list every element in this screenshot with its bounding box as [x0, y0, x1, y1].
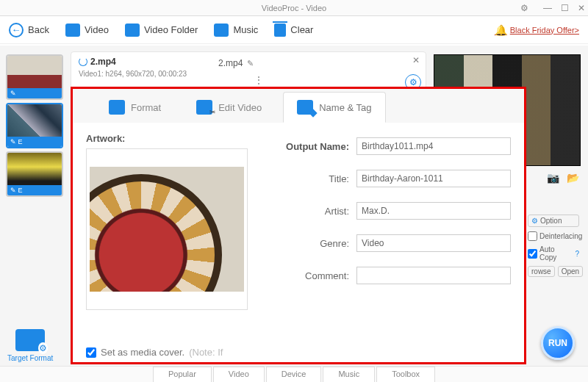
target-format-icon [15, 329, 45, 351]
target-format-button[interactable]: Target Format [7, 329, 53, 363]
main-toolbar: ← Back Video Video Folder Music Clear 🔔 … [0, 16, 588, 44]
thumbnail-item[interactable]: ✎ [6, 54, 63, 100]
name-tag-icon [297, 100, 313, 115]
main-area: ✎ ✎ E ✎ E 2.mp4 Video1: h264, 960x720, 0… [0, 46, 588, 366]
video-output-filename: 2.mp4 ✎ [218, 58, 254, 68]
media-cover-checkbox[interactable] [86, 347, 96, 358]
footer-tab-popular[interactable]: Popular [153, 367, 212, 382]
add-video-folder-button[interactable]: Video Folder [125, 24, 198, 37]
refresh-icon[interactable] [79, 57, 87, 66]
footer-tab-music[interactable]: Music [323, 367, 375, 382]
thumbnail-item[interactable]: ✎ E [6, 151, 63, 197]
thumbnail-image [7, 153, 62, 188]
edit-icon[interactable]: ✎ [10, 90, 16, 97]
snapshot-icon[interactable]: 📷 [547, 172, 559, 184]
edit-panel: Format Edit Video Name & Tag Artwork: Ou… [71, 87, 526, 364]
thumbnail-image [7, 56, 62, 91]
remove-item-button[interactable]: ✕ [412, 55, 420, 65]
target-format-label: Target Format [7, 354, 53, 362]
tab-format[interactable]: Format [95, 92, 175, 123]
output-name-input[interactable] [356, 137, 511, 155]
clear-button[interactable]: Clear [274, 24, 313, 37]
video-folder-label: Video Folder [144, 24, 198, 35]
footer-tab-toolbox[interactable]: Toolbox [376, 367, 435, 382]
autocopy-checkbox[interactable]: Auto Copy ? [528, 245, 579, 262]
thumbnail-image [7, 104, 62, 140]
tab-edit-video[interactable]: Edit Video [182, 92, 276, 123]
video-label: Video [85, 24, 109, 35]
add-music-button[interactable]: Music [214, 24, 258, 37]
app-title: VideoProc - Video [262, 4, 326, 12]
open-folder-icon[interactable]: 📂 [567, 172, 579, 184]
clear-label: Clear [290, 24, 313, 35]
genre-input[interactable] [356, 234, 511, 252]
more-icon[interactable]: ⋮ [254, 74, 264, 86]
settings-icon[interactable]: ⚙ [520, 3, 528, 13]
genre-label: Genre: [268, 238, 356, 249]
media-cover-label: Set as media cover. [101, 347, 184, 358]
rename-icon[interactable]: ✎ [247, 59, 254, 68]
format-icon [109, 100, 125, 115]
artwork-image [90, 167, 244, 292]
close-button[interactable]: ✕ [578, 3, 585, 13]
video-icon [65, 24, 80, 37]
maximize-button[interactable]: ☐ [561, 3, 569, 13]
minimize-button[interactable]: — [543, 3, 552, 13]
comment-label: Comment: [268, 270, 356, 281]
video-folder-icon [125, 24, 140, 37]
artist-label: Artist: [268, 206, 356, 217]
add-video-button[interactable]: Video [65, 24, 109, 37]
promo-link[interactable]: 🔔 Black Friday Offer> [495, 24, 579, 36]
music-icon [214, 24, 229, 37]
options-panel: ⚙ Option Deinterlacing Auto Copy ? rowse… [528, 215, 579, 277]
promo-label: Black Friday Offer> [510, 26, 579, 35]
deinterlacing-checkbox[interactable]: Deinterlacing [528, 231, 579, 241]
video-info: Video1: h264, 960x720, 00:00:23 [79, 70, 418, 78]
output-name-label: Output Name: [268, 141, 356, 152]
artist-input[interactable] [356, 202, 511, 220]
bell-icon: 🔔 [495, 24, 507, 36]
tab-name-tag[interactable]: Name & Tag [283, 92, 385, 123]
footer-tabs: Popular Video Device Music Toolbox [0, 366, 588, 382]
back-label: Back [28, 24, 49, 35]
media-cover-note: (Note: If [189, 347, 223, 358]
footer-tab-video[interactable]: Video [213, 367, 265, 382]
back-button[interactable]: ← Back [9, 23, 49, 37]
gear-icon: ⚙ [531, 217, 538, 225]
artwork-box[interactable] [86, 148, 248, 310]
music-label: Music [233, 24, 258, 35]
media-cover-row: Set as media cover. (Note: If [86, 347, 223, 358]
title-input[interactable] [356, 170, 511, 187]
thumbnail-item[interactable]: ✎ E [6, 103, 63, 148]
panel-body: Artwork: Output Name: Title: Artist: [73, 123, 524, 362]
edit-icon[interactable]: ✎ E [10, 138, 23, 145]
edit-icon[interactable]: ✎ E [10, 187, 23, 194]
open-button[interactable]: Open [558, 266, 583, 277]
metadata-fields: Output Name: Title: Artist: Genre: Comme… [268, 137, 511, 299]
trash-icon [274, 24, 286, 37]
run-button[interactable]: RUN [541, 326, 575, 360]
title-label: Title: [268, 173, 356, 184]
comment-input[interactable] [356, 267, 511, 284]
edit-video-icon [196, 100, 212, 115]
browse-button[interactable]: rowse [528, 266, 555, 277]
window-controls: ⚙ — ☐ ✕ [520, 3, 585, 13]
footer-tab-device[interactable]: Device [266, 367, 322, 382]
preview-actions: 📷 📂 [547, 172, 579, 184]
thumbnail-list: ✎ ✎ E ✎ E [6, 54, 63, 200]
option-button[interactable]: ⚙ Option [528, 215, 579, 227]
title-bar: VideoProc - Video ⚙ — ☐ ✕ [0, 0, 588, 16]
panel-tabs: Format Edit Video Name & Tag [73, 89, 524, 123]
back-icon: ← [9, 23, 24, 37]
